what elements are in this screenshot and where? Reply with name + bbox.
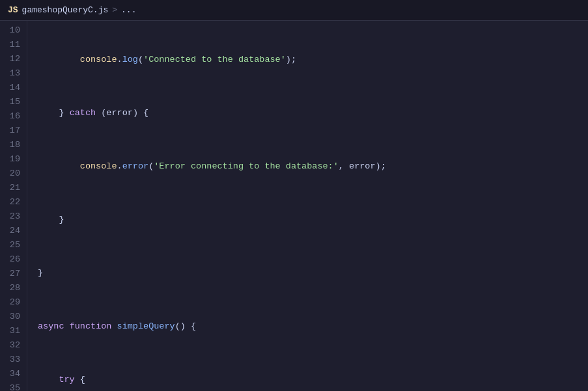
ln-15: 15 [0, 95, 27, 109]
ln-23: 23 [0, 209, 27, 224]
ln-25: 25 [0, 238, 27, 252]
ln-28: 28 [0, 281, 27, 295]
ln-11: 11 [0, 38, 27, 52]
ln-24: 24 [0, 224, 27, 238]
ln-17: 17 [0, 124, 27, 138]
breadcrumb: ... [121, 5, 136, 15]
ln-12: 12 [0, 52, 27, 66]
code-line-11: } catch (error) { [38, 106, 588, 120]
ln-34: 34 [0, 367, 27, 381]
ln-32: 32 [0, 338, 27, 353]
ln-10: 10 [0, 23, 27, 38]
ln-13: 13 [0, 66, 27, 81]
ln-31: 31 [0, 324, 27, 338]
ln-33: 33 [0, 353, 27, 367]
ln-18: 18 [0, 138, 27, 152]
code-area[interactable]: console.log('Connected to the database')… [27, 21, 588, 391]
title-bar: JS gameshopQueryC.js > ... [0, 0, 588, 21]
ln-26: 26 [0, 252, 27, 267]
filename: gameshopQueryC.js [22, 5, 109, 15]
ln-21: 21 [0, 181, 27, 195]
ln-29: 29 [0, 295, 27, 310]
ln-27: 27 [0, 267, 27, 281]
ln-22: 22 [0, 195, 27, 209]
code-line-15: async function simpleQuery() { [38, 319, 588, 334]
code-line-14: } [38, 266, 588, 280]
code-line-10: console.log('Connected to the database')… [38, 53, 588, 67]
code-line-12: console.error('Error connecting to the d… [38, 159, 588, 174]
ln-35: 35 [0, 381, 27, 391]
ln-16: 16 [0, 109, 27, 124]
ln-14: 14 [0, 81, 27, 95]
code-line-16: try { [38, 373, 588, 387]
breadcrumb-separator: > [112, 5, 117, 15]
code-container: 10 11 12 13 14 15 16 17 18 19 20 21 22 2… [0, 21, 588, 391]
file-type-icon: JS [8, 5, 18, 15]
line-numbers: 10 11 12 13 14 15 16 17 18 19 20 21 22 2… [0, 21, 27, 391]
ln-30: 30 [0, 310, 27, 324]
ln-19: 19 [0, 152, 27, 167]
code-line-13: } [38, 213, 588, 227]
ln-20: 20 [0, 167, 27, 181]
